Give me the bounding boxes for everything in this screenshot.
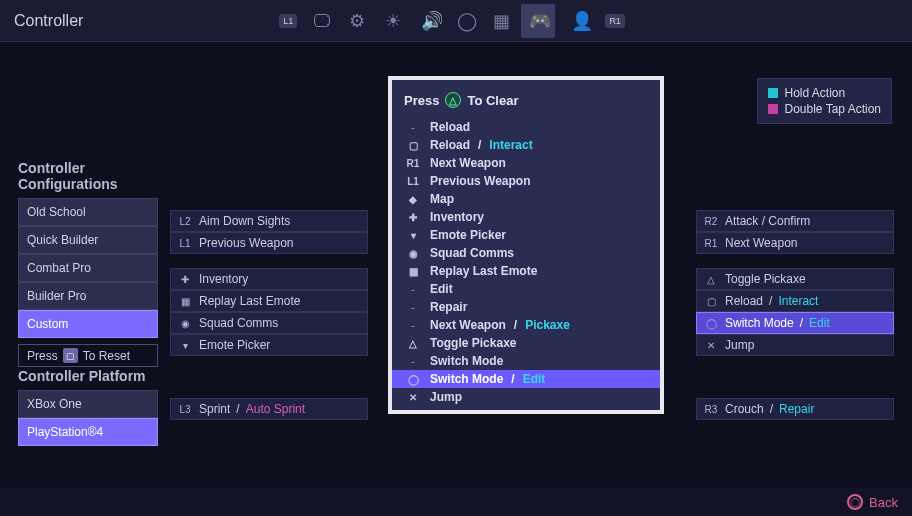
binding-row[interactable]: △Toggle Pickaxe [696, 268, 894, 290]
popup-item[interactable]: ◉Squad Comms [392, 244, 660, 262]
config-option[interactable]: Quick Builder [18, 226, 158, 254]
tab-display[interactable]: 🖵 [305, 4, 339, 38]
binding-row[interactable]: ✚Inventory [170, 268, 368, 290]
popup-item-icon: ◯ [404, 374, 422, 385]
sprint-row-container: L3Sprint / Auto Sprint [170, 398, 368, 420]
bindings-right: R2Attack / ConfirmR1Next Weapon △Toggle … [696, 210, 894, 356]
popup-item-icon: ◉ [404, 248, 422, 259]
binding-alt: Repair [779, 402, 814, 416]
binding-icon: R3 [703, 404, 719, 415]
popup-item-icon: ▦ [404, 266, 422, 277]
popup-item[interactable]: L1Previous Weapon [392, 172, 660, 190]
binding-row[interactable]: L3Sprint / Auto Sprint [170, 398, 368, 420]
popup-item[interactable]: ▾Emote Picker [392, 226, 660, 244]
tab-keybinds[interactable]: ▦ [485, 4, 519, 38]
bindings-left: L2Aim Down SightsL1Previous Weapon ✚Inve… [170, 210, 368, 356]
popup-item[interactable]: -Next Weapon / Pickaxe [392, 316, 660, 334]
footer-bar: ◯ Back [0, 488, 912, 516]
popup-item-label: Jump [430, 390, 462, 404]
controller-platform: Controller Platform XBox OnePlayStation®… [18, 368, 158, 446]
binding-label: Aim Down Sights [199, 214, 290, 228]
popup-item-label: Previous Weapon [430, 174, 530, 188]
binding-label: Toggle Pickaxe [725, 272, 806, 286]
binding-row[interactable]: ◉Squad Comms [170, 312, 368, 334]
binding-icon: ▾ [177, 340, 193, 351]
popup-item-icon: ▢ [404, 140, 422, 151]
popup-item[interactable]: △Toggle Pickaxe [392, 334, 660, 352]
popup-item[interactable]: -Switch Mode [392, 352, 660, 370]
binding-row[interactable]: ▦Replay Last Emote [170, 290, 368, 312]
popup-item-label: Reload [430, 120, 470, 134]
config-option[interactable]: Builder Pro [18, 282, 158, 310]
binding-row[interactable]: ▾Emote Picker [170, 334, 368, 356]
tab-account[interactable]: 👤 [563, 4, 597, 38]
accessibility-icon: ◯ [457, 12, 475, 30]
binding-label: Squad Comms [199, 316, 278, 330]
popup-item[interactable]: ◯Switch Mode / Edit [392, 370, 660, 388]
bumper-right: R1 [605, 14, 625, 28]
legend-double-label: Double Tap Action [784, 101, 881, 117]
popup-item-icon: - [404, 302, 422, 313]
popup-item-label: Reload [430, 138, 470, 152]
popup-item-label: Switch Mode [430, 354, 503, 368]
tab-controller[interactable]: 🎮 [521, 4, 555, 38]
popup-item-icon: - [404, 356, 422, 367]
tab-settings[interactable]: ⚙ [341, 4, 375, 38]
binding-row[interactable]: L1Previous Weapon [170, 232, 368, 254]
triangle-icon: △ [445, 92, 461, 108]
popup-item-label: Toggle Pickaxe [430, 336, 516, 350]
binding-icon: R1 [703, 238, 719, 249]
binding-label: Emote Picker [199, 338, 270, 352]
config-option[interactable]: Custom [18, 310, 158, 338]
binding-row[interactable]: ◯Switch Mode / Edit [696, 312, 894, 334]
tab-brightness[interactable]: ☀ [377, 4, 411, 38]
popup-item[interactable]: -Reload [392, 118, 660, 136]
binding-label: Sprint [199, 402, 230, 416]
header-bar: Controller L1 🖵 ⚙ ☀ 🔊 ◯ ▦ 🎮 👤 R1 [0, 0, 912, 42]
platform-option[interactable]: XBox One [18, 390, 158, 418]
popup-item-icon: ✚ [404, 212, 422, 223]
popup-item-icon: L1 [404, 176, 422, 187]
binding-icon: R2 [703, 216, 719, 227]
popup-item-label: Replay Last Emote [430, 264, 537, 278]
gear-icon: ⚙ [349, 12, 367, 30]
gamepad-icon: 🎮 [529, 12, 547, 30]
config-option[interactable]: Old School [18, 198, 158, 226]
square-icon: ▢ [63, 348, 78, 363]
crouch-row-container: R3Crouch / Repair [696, 398, 894, 420]
binding-label: Switch Mode [725, 316, 794, 330]
popup-item[interactable]: ◆Map [392, 190, 660, 208]
binding-row[interactable]: R3Crouch / Repair [696, 398, 894, 420]
binding-row[interactable]: ✕Jump [696, 334, 894, 356]
speaker-icon: 🔊 [421, 12, 439, 30]
reset-hint[interactable]: Press ▢ To Reset [18, 344, 158, 367]
binding-icon: L1 [177, 238, 193, 249]
binding-label: Jump [725, 338, 754, 352]
popup-item[interactable]: -Repair [392, 298, 660, 316]
popup-item-label: Edit [430, 282, 453, 296]
platform-option[interactable]: PlayStation®4 [18, 418, 158, 446]
popup-item-alt: Interact [489, 138, 532, 152]
binding-row[interactable]: ▢Reload / Interact [696, 290, 894, 312]
popup-item[interactable]: R1Next Weapon [392, 154, 660, 172]
popup-item[interactable]: -Edit [392, 280, 660, 298]
binding-row[interactable]: R1Next Weapon [696, 232, 894, 254]
configs-title: Controller Configurations [18, 160, 158, 192]
popup-item[interactable]: ✕Jump [392, 388, 660, 406]
popup-item-label: Inventory [430, 210, 484, 224]
page-title: Controller [14, 12, 83, 30]
popup-item-icon: △ [404, 338, 422, 349]
tab-accessibility[interactable]: ◯ [449, 4, 483, 38]
binding-row[interactable]: R2Attack / Confirm [696, 210, 894, 232]
user-icon: 👤 [571, 12, 589, 30]
binding-row[interactable]: L2Aim Down Sights [170, 210, 368, 232]
back-button[interactable]: Back [869, 495, 898, 510]
popup-item[interactable]: ▦Replay Last Emote [392, 262, 660, 280]
popup-item[interactable]: ▢Reload / Interact [392, 136, 660, 154]
swatch-hold [768, 88, 778, 98]
tab-audio[interactable]: 🔊 [413, 4, 447, 38]
config-option[interactable]: Combat Pro [18, 254, 158, 282]
binding-label: Reload [725, 294, 763, 308]
binding-icon: ▦ [177, 296, 193, 307]
popup-item[interactable]: ✚Inventory [392, 208, 660, 226]
